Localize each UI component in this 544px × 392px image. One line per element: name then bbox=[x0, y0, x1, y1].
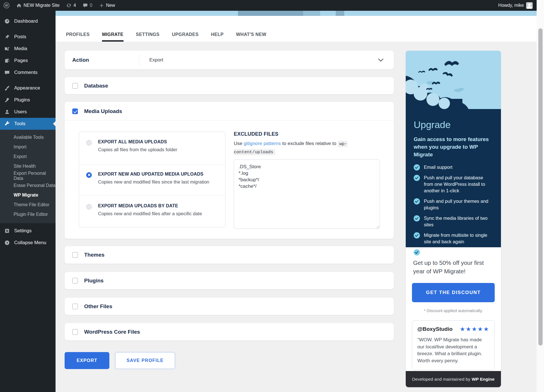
user-icon bbox=[4, 109, 10, 115]
save-profile-button[interactable]: SAVE PROFILE bbox=[115, 352, 175, 369]
site-menu[interactable]: NEW Migrate Site bbox=[13, 0, 63, 11]
updates-menu[interactable]: 4 bbox=[63, 0, 79, 11]
sidebar-item-media[interactable]: Media bbox=[0, 43, 56, 55]
themes-label: Themes bbox=[84, 252, 105, 258]
radio-export-by-date[interactable] bbox=[86, 204, 92, 210]
collapse-menu-button[interactable]: Collapse Menu bbox=[0, 237, 56, 249]
submenu-theme-file-editor[interactable]: Theme File Editor bbox=[0, 200, 56, 210]
sidebar-item-posts[interactable]: Posts bbox=[0, 31, 56, 43]
sidebar-item-label: Pages bbox=[14, 58, 28, 63]
option-export-by-date[interactable]: EXPORT MEDIA UPLOADS BY DATE Copies new … bbox=[79, 196, 225, 228]
sidebar-item-pages[interactable]: Pages bbox=[0, 55, 56, 67]
sidebar-item-label: Plugins bbox=[14, 97, 30, 103]
submenu-plugin-file-editor[interactable]: Plugin File Editor bbox=[0, 210, 56, 219]
tab-migrate[interactable]: MIGRATE bbox=[102, 27, 123, 42]
sidebar-item-appearance[interactable]: Appearance bbox=[0, 82, 56, 94]
database-checkbox[interactable] bbox=[72, 83, 78, 89]
tab-profiles[interactable]: PROFILES bbox=[66, 27, 90, 42]
updates-count: 4 bbox=[73, 3, 76, 8]
plug-icon bbox=[4, 97, 10, 103]
gitignore-patterns-link[interactable]: gitignore patterns bbox=[244, 141, 281, 146]
chevron-down-icon[interactable] bbox=[378, 58, 384, 62]
database-label: Database bbox=[84, 83, 108, 89]
brush-icon bbox=[4, 85, 10, 91]
account-menu[interactable]: Howdy, mike bbox=[498, 2, 537, 9]
scrollbar-track[interactable] bbox=[537, 0, 544, 392]
excluded-files-description: Use gitignore patterns to exclude files … bbox=[234, 140, 380, 156]
core-files-checkbox[interactable] bbox=[72, 329, 78, 335]
submenu-erase-personal-data[interactable]: Erase Personal Data bbox=[0, 181, 56, 190]
upgrade-card: Upgrade Gain access to more features whe… bbox=[406, 51, 501, 387]
wordpress-logo[interactable]: W bbox=[0, 0, 13, 11]
feature-item: Push and pull your themes and plugins bbox=[414, 198, 493, 211]
wp-engine-footer: Developed and maintained by WP Engine bbox=[406, 371, 501, 387]
option-desc: Copies new and modified files since the … bbox=[98, 179, 209, 185]
svg-text:W: W bbox=[5, 4, 8, 7]
option-title: EXPORT ALL MEDIA UPLOADS bbox=[98, 139, 177, 144]
action-select-value[interactable]: Export bbox=[139, 57, 163, 63]
check-circle-icon bbox=[414, 215, 420, 221]
database-panel: Database bbox=[65, 77, 394, 94]
upgrade-subtitle: Gain access to more features when you up… bbox=[414, 135, 493, 158]
tab-help[interactable]: HELP bbox=[211, 27, 224, 42]
other-files-label: Other Files bbox=[84, 303, 112, 310]
wordpress-icon: W bbox=[3, 2, 10, 8]
other-files-checkbox[interactable] bbox=[72, 304, 78, 309]
comments-menu[interactable]: 0 bbox=[79, 0, 96, 11]
tab-settings[interactable]: SETTINGS bbox=[136, 27, 160, 42]
banner-strip bbox=[56, 11, 537, 16]
howdy-text: Howdy, mike bbox=[498, 3, 524, 8]
option-desc: Copies all files from the uploads folder bbox=[98, 147, 177, 152]
core-files-label: WordPress Core Files bbox=[84, 329, 140, 335]
pin-icon bbox=[4, 34, 10, 40]
media-uploads-panel: Media Uploads EXPORT ALL MEDIA UPLOADS C… bbox=[65, 102, 394, 239]
sidebar-item-dashboard[interactable]: Dashboard bbox=[0, 15, 56, 27]
tab-upgrades[interactable]: UPGRADES bbox=[172, 27, 199, 42]
admin-bar: W NEW Migrate Site 4 0 New Howdy, mike bbox=[0, 0, 537, 11]
excluded-files-section: EXCLUDED FILES Use gitignore patterns to… bbox=[234, 131, 380, 230]
scrollbar-thumb[interactable] bbox=[538, 28, 543, 346]
sidebar-item-label: Dashboard bbox=[14, 18, 38, 24]
divider bbox=[139, 54, 139, 66]
tab-whats-new[interactable]: WHAT'S NEW bbox=[236, 27, 266, 42]
radio-export-all[interactable] bbox=[86, 140, 92, 146]
action-card: Action Export bbox=[65, 51, 394, 69]
media-icon bbox=[4, 46, 10, 52]
radio-export-new-updated[interactable] bbox=[86, 172, 92, 178]
tools-submenu: Available Tools Import Export Site Healt… bbox=[0, 130, 56, 223]
sidebar-item-label: Users bbox=[14, 109, 27, 115]
discount-section: Get up to 50% off your first year of WP … bbox=[406, 247, 501, 371]
plugins-checkbox[interactable] bbox=[72, 278, 78, 284]
sidebar-item-users[interactable]: Users bbox=[0, 106, 56, 118]
testimonial-handle: @BoxyStudio bbox=[417, 326, 452, 332]
media-uploads-checkbox[interactable] bbox=[72, 108, 78, 114]
avatar bbox=[526, 2, 533, 9]
submenu-site-health[interactable]: Site Health bbox=[0, 161, 56, 171]
sidebar-item-plugins[interactable]: Plugins bbox=[0, 94, 56, 106]
new-menu[interactable]: New bbox=[96, 0, 118, 11]
themes-checkbox[interactable] bbox=[72, 252, 78, 258]
check-circle-icon bbox=[414, 249, 420, 255]
feature-item: Migrate from multisite to single site an… bbox=[414, 232, 493, 245]
sidebar-item-label: Appearance bbox=[14, 85, 40, 91]
get-discount-button[interactable]: GET THE DISCOUNT bbox=[412, 283, 495, 302]
sidebar-item-label: Comments bbox=[14, 70, 37, 75]
submenu-export-personal-data[interactable]: Export Personal Data bbox=[0, 171, 56, 181]
submenu-export[interactable]: Export bbox=[0, 152, 56, 161]
option-export-all[interactable]: EXPORT ALL MEDIA UPLOADS Copies all file… bbox=[79, 132, 225, 164]
excluded-patterns-textarea[interactable]: .DS_Store *.log *backup*/ *cache*/ bbox=[234, 159, 380, 229]
option-export-new-updated[interactable]: EXPORT NEW AND UPDATED MEDIA UPLOADS Cop… bbox=[79, 164, 225, 196]
submenu-wp-migrate[interactable]: WP Migrate bbox=[0, 190, 56, 200]
sidebar-item-settings[interactable]: Settings bbox=[0, 225, 56, 237]
sidebar-item-comments[interactable]: Comments bbox=[0, 67, 56, 78]
check-circle-icon bbox=[414, 164, 420, 171]
testimonial-quote: “WOW. WP Migrate has made our local/live… bbox=[417, 336, 489, 364]
submenu-import[interactable]: Import bbox=[0, 142, 56, 152]
upgrade-title: Upgrade bbox=[414, 119, 493, 130]
sidebar-item-tools[interactable]: Tools bbox=[0, 118, 56, 130]
option-title: EXPORT NEW AND UPDATED MEDIA UPLOADS bbox=[98, 172, 209, 177]
submenu-available-tools[interactable]: Available Tools bbox=[0, 133, 56, 142]
plugins-label: Plugins bbox=[84, 278, 104, 284]
export-button[interactable]: EXPORT bbox=[65, 352, 109, 369]
option-desc: Copies new and modified files after a sp… bbox=[98, 211, 202, 216]
